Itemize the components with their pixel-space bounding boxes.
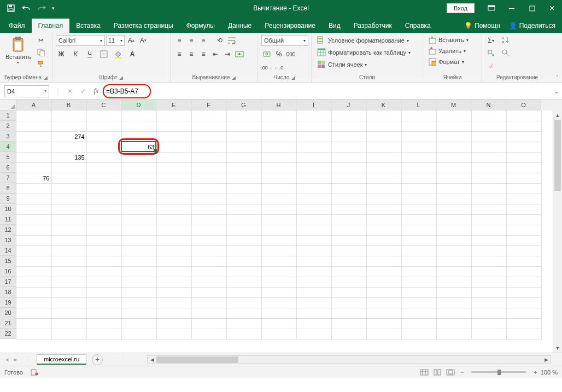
cell[interactable] — [401, 256, 436, 266]
cell[interactable] — [86, 152, 121, 162]
cell[interactable] — [51, 110, 86, 121]
cell[interactable] — [401, 152, 436, 162]
cell[interactable] — [51, 225, 86, 235]
increase-indent-icon[interactable]: ⇥ — [222, 49, 233, 60]
cell[interactable] — [366, 152, 401, 162]
cell[interactable] — [296, 173, 331, 183]
cell[interactable] — [86, 308, 121, 318]
cell[interactable] — [156, 142, 191, 152]
cell[interactable] — [86, 256, 121, 266]
cell[interactable] — [16, 235, 51, 245]
cell[interactable] — [471, 183, 506, 194]
cell[interactable] — [261, 297, 296, 308]
italic-button[interactable]: К — [70, 49, 81, 60]
cell[interactable] — [51, 245, 86, 256]
cell[interactable] — [366, 256, 401, 266]
wrap-text-icon[interactable] — [226, 35, 237, 46]
cell[interactable] — [471, 204, 506, 214]
cell[interactable] — [121, 110, 156, 121]
tab-data[interactable]: Данные — [221, 19, 258, 33]
merge-center-icon[interactable] — [234, 49, 245, 60]
cell[interactable] — [86, 287, 121, 297]
decrease-decimal-icon[interactable]: ←.0 — [273, 62, 284, 73]
row-header[interactable]: 16 — [0, 266, 16, 277]
cell[interactable] — [331, 110, 366, 121]
cell[interactable] — [296, 308, 331, 318]
cell[interactable] — [86, 183, 121, 194]
cell[interactable] — [506, 256, 541, 266]
cell[interactable] — [156, 256, 191, 266]
cell[interactable] — [121, 162, 156, 173]
cell[interactable] — [366, 173, 401, 183]
cell[interactable] — [401, 110, 436, 121]
cell[interactable] — [366, 235, 401, 245]
number-format-select[interactable]: Общий▾ — [261, 35, 308, 46]
insert-cells-button[interactable]: Вставить▾ — [426, 35, 471, 45]
cell[interactable]: 76 — [16, 173, 51, 183]
copy-icon[interactable] — [36, 47, 46, 58]
name-box[interactable]: D4▾ — [4, 85, 49, 97]
cell[interactable] — [436, 214, 471, 225]
percent-icon[interactable]: % — [273, 49, 284, 60]
cell[interactable] — [226, 162, 261, 173]
column-header[interactable]: N — [471, 100, 506, 110]
cell[interactable] — [471, 329, 506, 339]
cell[interactable] — [16, 142, 51, 152]
cell[interactable] — [16, 297, 51, 308]
cell[interactable] — [51, 287, 86, 297]
cell[interactable] — [331, 173, 366, 183]
normal-view-icon[interactable] — [418, 367, 430, 377]
cell[interactable] — [296, 225, 331, 235]
currency-icon[interactable] — [261, 49, 272, 60]
column-header[interactable]: C — [86, 100, 121, 110]
page-layout-view-icon[interactable] — [431, 367, 443, 377]
cell[interactable] — [436, 308, 471, 318]
cell[interactable] — [156, 131, 191, 142]
save-icon[interactable] — [4, 2, 17, 15]
cell[interactable] — [331, 308, 366, 318]
cell[interactable] — [86, 121, 121, 131]
cell[interactable] — [226, 214, 261, 225]
cell[interactable] — [401, 131, 436, 142]
cell[interactable] — [121, 297, 156, 308]
cell[interactable] — [296, 204, 331, 214]
cell[interactable] — [191, 235, 226, 245]
cell[interactable] — [331, 329, 366, 339]
cell[interactable] — [436, 245, 471, 256]
cell[interactable] — [51, 297, 86, 308]
cell[interactable] — [506, 266, 541, 277]
cell[interactable] — [51, 204, 86, 214]
borders-icon[interactable] — [98, 49, 109, 60]
font-size-select[interactable]: 11▾ — [106, 35, 125, 46]
cell[interactable] — [226, 308, 261, 318]
cell[interactable] — [506, 308, 541, 318]
cell[interactable] — [471, 235, 506, 245]
cell[interactable] — [401, 329, 436, 339]
cell[interactable] — [331, 152, 366, 162]
login-button[interactable]: Вход — [447, 3, 475, 13]
cell[interactable] — [401, 173, 436, 183]
cell[interactable] — [436, 162, 471, 173]
cell[interactable] — [191, 329, 226, 339]
column-header[interactable]: H — [261, 100, 296, 110]
cell[interactable] — [16, 277, 51, 287]
cell[interactable] — [156, 110, 191, 121]
row-header[interactable]: 1 — [0, 110, 16, 121]
cell[interactable] — [191, 183, 226, 194]
cell[interactable] — [191, 287, 226, 297]
row-header[interactable]: 6 — [0, 162, 16, 173]
cell[interactable] — [506, 245, 541, 256]
cell[interactable] — [86, 318, 121, 329]
cell[interactable] — [16, 204, 51, 214]
align-middle-icon[interactable]: ≡ — [186, 35, 197, 46]
cell[interactable] — [86, 142, 121, 152]
cell[interactable] — [191, 142, 226, 152]
cell[interactable] — [226, 245, 261, 256]
cell[interactable] — [51, 308, 86, 318]
dialog-launcher-icon[interactable]: ◢ — [119, 75, 123, 80]
cell[interactable] — [366, 194, 401, 204]
cell[interactable] — [86, 204, 121, 214]
cell[interactable] — [51, 318, 86, 329]
delete-cells-button[interactable]: Удалить▾ — [426, 46, 471, 56]
clear-icon[interactable] — [485, 60, 496, 71]
